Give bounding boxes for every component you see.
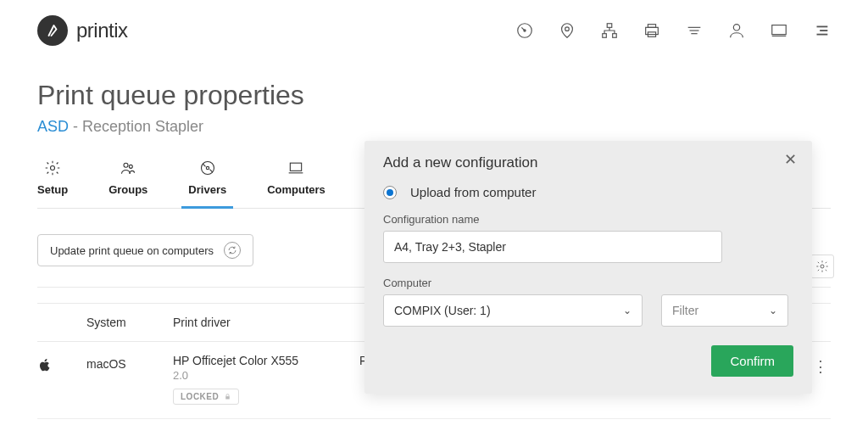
- lock-icon: [224, 393, 231, 400]
- network-icon[interactable]: [600, 21, 619, 40]
- svg-rect-25: [225, 396, 230, 399]
- svg-rect-4: [603, 34, 607, 38]
- sync-icon: [224, 242, 241, 259]
- printers-icon[interactable]: [643, 21, 661, 40]
- gear-icon: [44, 159, 61, 176]
- svg-point-22: [206, 166, 209, 169]
- add-configuration-dialog: Add a new configuration ✕ Upload from co…: [364, 141, 812, 394]
- tab-groups[interactable]: Groups: [108, 159, 147, 208]
- brand-name: printix: [76, 19, 128, 42]
- svg-point-2: [565, 27, 570, 31]
- location-icon[interactable]: [558, 21, 576, 40]
- svg-rect-13: [772, 25, 787, 35]
- dialog-title: Add a new configuration: [383, 154, 793, 171]
- col-header-driver: Print driver: [173, 316, 359, 329]
- row-menu-button[interactable]: ⋮: [810, 354, 831, 376]
- chevron-down-icon: ⌄: [769, 305, 777, 316]
- col-header-system: System: [86, 316, 173, 329]
- breadcrumb-current: Reception Stapler: [82, 118, 203, 135]
- brand-mark-icon: [37, 15, 68, 46]
- locked-badge: LOCKED: [173, 389, 239, 405]
- confirm-button[interactable]: Confirm: [711, 345, 793, 377]
- svg-point-26: [821, 265, 824, 268]
- computer-select[interactable]: COMPIX (User: 1) ⌄: [383, 294, 643, 327]
- tab-label: Computers: [267, 183, 326, 196]
- config-name-label: Configuration name: [383, 213, 793, 226]
- config-name-input[interactable]: [383, 231, 722, 263]
- system-name: macOS: [86, 354, 173, 371]
- svg-point-21: [201, 162, 214, 175]
- update-queue-button[interactable]: Update print queue on computers: [37, 234, 253, 266]
- groups-icon: [120, 159, 136, 176]
- svg-rect-3: [607, 24, 612, 28]
- chevron-down-icon: ⌄: [623, 305, 632, 316]
- user-icon[interactable]: [727, 21, 746, 40]
- upload-from-computer-radio[interactable]: [383, 186, 397, 199]
- update-queue-label: Update print queue on computers: [50, 244, 214, 257]
- page-title: Print queue properties: [37, 80, 831, 111]
- svg-point-19: [124, 163, 128, 167]
- svg-point-20: [130, 165, 133, 168]
- top-nav: [515, 21, 831, 40]
- svg-point-12: [733, 25, 739, 31]
- menu-icon[interactable]: [812, 21, 831, 40]
- dashboard-icon[interactable]: [515, 21, 534, 40]
- svg-point-1: [524, 30, 526, 31]
- svg-point-18: [51, 166, 55, 171]
- computer-label: Computer: [383, 277, 643, 289]
- filter-placeholder: Filter: [672, 304, 698, 317]
- close-icon[interactable]: ✕: [782, 151, 798, 168]
- svg-rect-7: [648, 25, 655, 28]
- tab-drivers[interactable]: Drivers: [188, 159, 226, 208]
- tab-computers[interactable]: Computers: [267, 159, 326, 208]
- laptop-icon: [287, 159, 304, 176]
- computer-icon[interactable]: [770, 21, 788, 40]
- settings-flyout-button[interactable]: [810, 255, 834, 278]
- computer-select-value: COMPIX (User: 1): [394, 304, 491, 317]
- queues-icon[interactable]: [685, 21, 704, 40]
- brand-logo[interactable]: printix: [37, 15, 128, 46]
- breadcrumb-link[interactable]: ASD: [37, 118, 69, 135]
- upload-from-computer-label: Upload from computer: [410, 185, 536, 199]
- tab-label: Drivers: [188, 183, 226, 196]
- disc-icon: [199, 159, 216, 176]
- tab-label: Groups: [108, 183, 147, 196]
- filter-select[interactable]: Filter ⌄: [661, 294, 788, 327]
- svg-rect-5: [613, 34, 617, 38]
- breadcrumb: ASD - Reception Stapler: [37, 118, 831, 136]
- svg-rect-23: [291, 163, 302, 171]
- driver-name: HP Officejet Color X555: [173, 354, 359, 367]
- apple-icon: [37, 354, 86, 377]
- tab-label: Setup: [37, 183, 68, 196]
- driver-version: 2.0: [173, 369, 359, 382]
- tab-setup[interactable]: Setup: [37, 159, 68, 208]
